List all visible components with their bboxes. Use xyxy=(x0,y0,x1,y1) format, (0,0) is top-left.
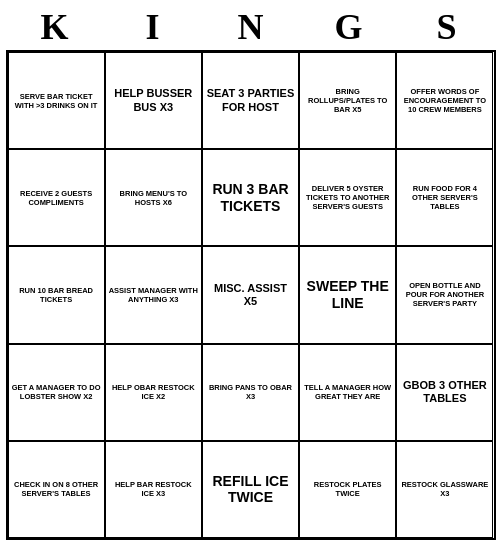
bingo-cell-20: CHECK IN ON 8 OTHER SERVER'S TABLES xyxy=(8,441,105,538)
bingo-cell-2: SEAT 3 PARTIES FOR HOST xyxy=(202,52,299,149)
bingo-cell-17: BRING PANS TO OBAR X3 xyxy=(202,344,299,441)
title-letter-i: I xyxy=(108,6,198,48)
bingo-cell-14: OPEN BOTTLE AND POUR FOR ANOTHER SERVER'… xyxy=(396,246,493,343)
bingo-cell-11: ASSIST MANAGER WITH ANYTHING X3 xyxy=(105,246,202,343)
title-letter-k: K xyxy=(10,6,100,48)
bingo-cell-24: RESTOCK GLASSWARE X3 xyxy=(396,441,493,538)
bingo-cell-16: HELP OBAR RESTOCK ICE X2 xyxy=(105,344,202,441)
bingo-cell-9: RUN FOOD FOR 4 OTHER SERVER'S TABLES xyxy=(396,149,493,246)
bingo-cell-6: BRING MENU'S TO HOSTS X6 xyxy=(105,149,202,246)
title-letter-s: S xyxy=(402,6,492,48)
bingo-cell-23: RESTOCK PLATES TWICE xyxy=(299,441,396,538)
bingo-title: KINGS xyxy=(6,6,496,48)
bingo-cell-10: RUN 10 BAR BREAD TICKETS xyxy=(8,246,105,343)
bingo-cell-22: REFILL ICE TWICE xyxy=(202,441,299,538)
bingo-container: KINGS SERVE BAR TICKET WITH >3 DRINKS ON… xyxy=(6,6,496,540)
bingo-cell-3: BRING ROLLUPS/PLATES TO BAR X5 xyxy=(299,52,396,149)
bingo-cell-1: HELP BUSSER BUS X3 xyxy=(105,52,202,149)
bingo-cell-4: OFFER WORDS OF ENCOURAGEMENT TO 10 CREW … xyxy=(396,52,493,149)
bingo-cell-21: HELP BAR RESTOCK ICE X3 xyxy=(105,441,202,538)
bingo-cell-0: SERVE BAR TICKET WITH >3 DRINKS ON IT xyxy=(8,52,105,149)
bingo-grid: SERVE BAR TICKET WITH >3 DRINKS ON ITHEL… xyxy=(6,50,496,540)
bingo-cell-13: SWEEP THE LINE xyxy=(299,246,396,343)
bingo-cell-7: Run 3 bar tickets xyxy=(202,149,299,246)
bingo-cell-12: MISC. ASSIST X5 xyxy=(202,246,299,343)
bingo-cell-15: GET A MANAGER TO DO LOBSTER SHOW X2 xyxy=(8,344,105,441)
title-letter-n: N xyxy=(206,6,296,48)
bingo-cell-8: DELIVER 5 OYSTER TICKETS TO ANOTHER SERV… xyxy=(299,149,396,246)
bingo-cell-18: TELL A MANAGER HOW GREAT THEY ARE xyxy=(299,344,396,441)
title-letter-g: G xyxy=(304,6,394,48)
bingo-cell-19: GBOB 3 OTHER TABLES xyxy=(396,344,493,441)
bingo-cell-5: RECEIVE 2 GUESTS COMPLIMENTS xyxy=(8,149,105,246)
